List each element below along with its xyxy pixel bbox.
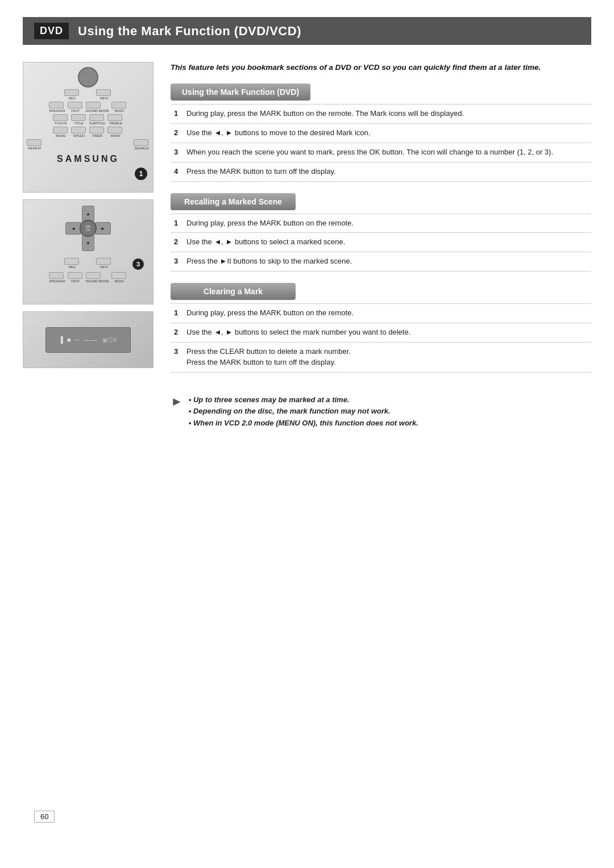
table-row: 2 Use the ◄, ► buttons to move to the de… bbox=[171, 124, 591, 143]
info-btn-mid: INFO bbox=[96, 258, 112, 269]
steps-table-2: 1 During play, press the MARK button on … bbox=[171, 214, 591, 272]
step-text: During play, press the MARK button on th… bbox=[183, 214, 591, 233]
dpad-up: ▲ bbox=[82, 206, 94, 222]
note-item: • Depending on the disc, the mark functi… bbox=[189, 406, 418, 418]
main-content: REC INFO SPEAKER TEST SOUND MODE BASS bbox=[23, 45, 591, 429]
table-row: 1 During play, press the MARK button on … bbox=[171, 304, 591, 323]
remote-row-mid-1: REC INFO bbox=[27, 258, 150, 269]
note-item: • Up to three scenes may be marked at a … bbox=[189, 394, 418, 406]
step-text: During play, press the MARK button on th… bbox=[183, 304, 591, 323]
table-row: 1 During play, press the MARK button on … bbox=[171, 214, 591, 233]
rec-btn-mid: REC bbox=[64, 258, 80, 269]
bass-btn-mid: BASS bbox=[111, 272, 127, 283]
treble-btn: TREBLE bbox=[107, 114, 123, 125]
tvvcr-btn: TV/VCR bbox=[53, 114, 69, 125]
speaker-btn-mid: SPEAKER bbox=[49, 272, 65, 283]
step-text: Press the CLEAR button to delete a mark … bbox=[183, 342, 591, 372]
left-column: REC INFO SPEAKER TEST SOUND MODE BASS bbox=[23, 62, 154, 429]
sound-mode-btn-mid: SOUND MODE bbox=[86, 272, 109, 283]
notes-arrow-icon: ► bbox=[171, 394, 183, 409]
dpad-down: ▼ bbox=[82, 235, 94, 251]
table-row: 3 Press the CLEAR button to delete a mar… bbox=[171, 342, 591, 372]
display-ok: ▣OK bbox=[102, 337, 117, 343]
mode-btn: MODE bbox=[53, 127, 69, 137]
info-btn: INFO bbox=[96, 89, 112, 100]
right-column: This feature lets you bookmark sections … bbox=[171, 62, 591, 429]
remote-row-2: SPEAKER TEST SOUND MODE BASS bbox=[27, 102, 150, 112]
step-number: 4 bbox=[171, 162, 183, 181]
rec-btn: REC bbox=[64, 89, 80, 100]
remote-row-5: REPEAT SEARCH bbox=[27, 139, 150, 150]
step-number: 3 bbox=[171, 342, 183, 372]
badge-1: 1 bbox=[135, 168, 147, 180]
dpad-center: OKCF bbox=[80, 220, 97, 237]
section-header-recalling: Recalling a Marked Scene bbox=[171, 193, 296, 210]
step-number: 1 bbox=[171, 105, 183, 124]
repeat-btn: REPEAT bbox=[27, 139, 43, 150]
section-header-using-mark: Using the Mark Function (DVD) bbox=[171, 84, 310, 101]
step-text: During play, press the MARK button on th… bbox=[183, 105, 591, 124]
remote-top-image: REC INFO SPEAKER TEST SOUND MODE BASS bbox=[23, 62, 154, 193]
remote-row-1: REC INFO bbox=[27, 89, 150, 100]
dpad: ▲ ▼ ◄ ► OKCF bbox=[65, 206, 111, 251]
steps-table-1: 1 During play, press the MARK button on … bbox=[171, 104, 591, 181]
page-number: 60 bbox=[34, 811, 55, 823]
step-text: When you reach the scene you want to mar… bbox=[183, 143, 591, 162]
step-text: Press the MARK button to turn off the di… bbox=[183, 162, 591, 181]
section-recalling: Recalling a Marked Scene 1 During play, … bbox=[171, 193, 591, 272]
notes-section: ► • Up to three scenes may be marked at … bbox=[171, 394, 591, 429]
table-row: 3 When you reach the scene you want to m… bbox=[171, 143, 591, 162]
speaker-btn: SPEAKER bbox=[49, 102, 65, 112]
step-number: 1 bbox=[171, 304, 183, 323]
dpad-right: ► bbox=[95, 222, 111, 235]
timer-btn: TIMER bbox=[89, 127, 105, 137]
step-text: Use the ◄, ► buttons to move to the desi… bbox=[183, 124, 591, 143]
intro-text: This feature lets you bookmark sections … bbox=[171, 62, 591, 73]
badge-3: 3 bbox=[132, 258, 144, 270]
step-text: Use the ◄, ► buttons to select the mark … bbox=[183, 323, 591, 343]
steps-table-3: 1 During play, press the MARK button on … bbox=[171, 303, 591, 372]
dpad-left: ◄ bbox=[65, 222, 81, 235]
remote-row-4: MODE SPEED TIMER MARK bbox=[27, 127, 150, 137]
page-title: Using the Mark Function (DVD/VCD) bbox=[78, 24, 301, 39]
display-screen: ▐ ■ ─ —— ▣OK bbox=[45, 327, 131, 353]
dvd-badge: DVD bbox=[34, 23, 69, 39]
search-btn: SEARCH bbox=[134, 139, 150, 150]
note-item: • When in VCD 2.0 mode (MENU ON), this f… bbox=[189, 418, 418, 429]
speed-btn: SPEED bbox=[71, 127, 87, 137]
mark-btn: MARK bbox=[107, 127, 123, 137]
step-text: Press the ►II buttons to skip to the mar… bbox=[183, 252, 591, 272]
step-number: 2 bbox=[171, 124, 183, 143]
step-text: Use the ◄, ► buttons to select a marked … bbox=[183, 233, 591, 252]
display-image: ▐ ■ ─ —— ▣OK bbox=[23, 311, 154, 368]
bass-btn: BASS bbox=[111, 102, 127, 112]
sound-mode-btn: SOUND MODE bbox=[86, 102, 109, 112]
step-number: 3 bbox=[171, 252, 183, 272]
table-row: 4 Press the MARK button to turn off the … bbox=[171, 162, 591, 181]
table-row: 1 During play, press the MARK button on … bbox=[171, 105, 591, 124]
notes-text: • Up to three scenes may be marked at a … bbox=[189, 394, 418, 429]
remote-row-mid-2: SPEAKER TEST SOUND MODE BASS bbox=[27, 272, 150, 283]
remote-top-button bbox=[78, 67, 98, 87]
step-number: 2 bbox=[171, 233, 183, 252]
step-number: 2 bbox=[171, 323, 183, 343]
samsung-logo: SAMSUNG bbox=[57, 154, 119, 164]
section-header-clearing: Clearing a Mark bbox=[171, 283, 296, 300]
page-header: DVD Using the Mark Function (DVD/VCD) bbox=[23, 17, 591, 45]
test-btn-mid: TEST bbox=[68, 272, 84, 283]
test-btn: TEST bbox=[68, 102, 84, 112]
subtitle-btn: SUBTITLE bbox=[89, 114, 106, 125]
table-row: 2 Use the ◄, ► buttons to select the mar… bbox=[171, 323, 591, 343]
table-row: 2 Use the ◄, ► buttons to select a marke… bbox=[171, 233, 591, 252]
step-number: 1 bbox=[171, 214, 183, 233]
title-btn: TITLE bbox=[71, 114, 87, 125]
display-text: ▐ ■ ─ —— bbox=[59, 336, 98, 343]
remote-mid-image: ▲ ▼ ◄ ► OKCF REC INFO SPEAKER bbox=[23, 199, 154, 304]
section-clearing: Clearing a Mark 1 During play, press the… bbox=[171, 283, 591, 372]
section-using-mark-dvd: Using the Mark Function (DVD) 1 During p… bbox=[171, 84, 591, 181]
step-number: 3 bbox=[171, 143, 183, 162]
table-row: 3 Press the ►II buttons to skip to the m… bbox=[171, 252, 591, 272]
remote-row-3: TV/VCR TITLE SUBTITLE TREBLE bbox=[27, 114, 150, 125]
